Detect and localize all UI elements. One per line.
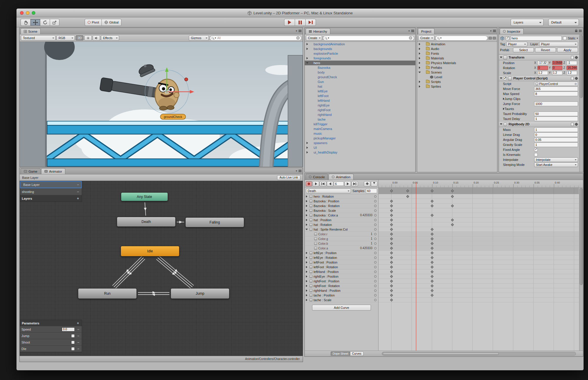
keyframe[interactable] bbox=[390, 289, 393, 292]
layout-dropdown[interactable]: Default bbox=[548, 19, 579, 26]
disclosure-collapsed-icon[interactable] bbox=[419, 66, 420, 69]
animator-layer-shooting[interactable]: shooting− bbox=[20, 188, 82, 195]
layer-dropdown[interactable]: Player bbox=[539, 42, 578, 46]
disclosure-collapsed-icon[interactable] bbox=[419, 85, 420, 88]
project-item-sprites[interactable]: Sprites bbox=[417, 84, 497, 89]
titlebar[interactable]: Level.unity – 2D Platformer – PC, Mac & … bbox=[16, 9, 584, 17]
value-field[interactable]: 0 bbox=[534, 132, 578, 137]
gizmo-handle-dot[interactable] bbox=[185, 78, 188, 81]
state-node-falling[interactable]: Falling bbox=[185, 217, 244, 227]
panel-dropdown-icon[interactable]: ▾ bbox=[490, 29, 492, 32]
keyframe-lane[interactable] bbox=[378, 241, 579, 246]
animated-property-toggle-icon[interactable] bbox=[374, 285, 377, 287]
anim-row-color-a[interactable]: Color.a0.420333 bbox=[305, 246, 583, 251]
disclosure-collapsed-icon[interactable] bbox=[306, 271, 307, 273]
remove-parameter-button[interactable]: − bbox=[76, 327, 80, 331]
shading-mode-dropdown[interactable]: Textured bbox=[21, 35, 56, 41]
animated-property-toggle-icon[interactable] bbox=[374, 242, 377, 245]
inspector-scrollbar[interactable] bbox=[579, 34, 583, 172]
panel-menu-icon[interactable] bbox=[493, 30, 496, 32]
keyframe[interactable] bbox=[390, 228, 393, 231]
anim-row-tache-position[interactable]: tache : Position bbox=[305, 293, 583, 298]
gear-icon[interactable] bbox=[575, 56, 578, 59]
value-field[interactable]: 8 bbox=[534, 91, 578, 96]
animated-property-toggle-icon[interactable] bbox=[374, 294, 377, 296]
anim-row-bazooka-rotation[interactable]: Bazooka : Rotation bbox=[305, 204, 583, 208]
breadcrumb[interactable]: Base Layer bbox=[22, 176, 39, 179]
rotation-z-field[interactable]: 16.244 bbox=[567, 66, 577, 70]
hierarchy-item-hero[interactable]: hero bbox=[305, 61, 415, 65]
disclosure-collapsed-icon[interactable] bbox=[306, 252, 307, 254]
keyframe-summary-lane[interactable] bbox=[378, 188, 579, 194]
search-clear-icon[interactable]: × bbox=[409, 36, 412, 40]
animated-property-toggle-icon[interactable] bbox=[374, 261, 377, 264]
remove-parameter-button[interactable]: − bbox=[76, 347, 80, 351]
animated-property-toggle-icon[interactable] bbox=[374, 256, 377, 259]
project-item-scripts[interactable]: Scripts bbox=[417, 79, 497, 84]
hierarchy-item-bazooka[interactable]: Bazooka bbox=[305, 65, 415, 70]
hierarchy-item-ui-healthdisplay[interactable]: ui_healthDisplay bbox=[305, 150, 415, 155]
hierarchy-item-rightfoot[interactable]: rightFoot bbox=[305, 108, 415, 112]
anim-row-color-g[interactable]: Color.g1 bbox=[305, 236, 583, 241]
animated-property-toggle-icon[interactable] bbox=[374, 266, 377, 268]
disclosure-collapsed-icon[interactable] bbox=[307, 146, 308, 149]
anim-row-leftfoot-rotation[interactable]: leftFoot : Rotation bbox=[305, 265, 583, 269]
transform-component-header[interactable]: Transform bbox=[499, 54, 579, 60]
disclosure-collapsed-icon[interactable] bbox=[419, 52, 420, 55]
animated-property-toggle-icon[interactable] bbox=[374, 252, 377, 254]
rotation-y-field[interactable]: 0 bbox=[552, 66, 563, 70]
panel-dropdown-icon[interactable]: ▾ bbox=[296, 29, 297, 32]
keyframe-lane[interactable] bbox=[378, 227, 579, 231]
horizontal-scrollbar[interactable] bbox=[382, 352, 576, 356]
tab-animation[interactable]: Animation bbox=[329, 174, 354, 180]
keyframe[interactable] bbox=[390, 270, 393, 273]
hierarchy-item-lefthand[interactable]: leftHand bbox=[305, 98, 415, 103]
keyframe[interactable] bbox=[390, 256, 393, 259]
disclosure-collapsed-icon[interactable] bbox=[419, 57, 420, 59]
hierarchy-item-spawners[interactable]: spawners bbox=[305, 141, 415, 145]
hierarchy-item-leftfoot[interactable]: leftFoot bbox=[305, 94, 415, 98]
animated-property-toggle-icon[interactable] bbox=[374, 247, 377, 249]
keyframe[interactable] bbox=[451, 223, 454, 226]
value-field[interactable]: 1 bbox=[534, 142, 578, 147]
keyframe[interactable] bbox=[431, 251, 434, 254]
record-button[interactable] bbox=[306, 181, 312, 186]
keyframe[interactable] bbox=[431, 214, 434, 217]
state-node-idle[interactable]: Idle bbox=[121, 246, 179, 256]
hierarchy-item-body[interactable]: body bbox=[305, 70, 415, 75]
panel-menu-icon[interactable] bbox=[411, 30, 414, 32]
keyframe-lane[interactable] bbox=[378, 274, 579, 279]
player-control-component-header[interactable]: Player Control (Script) bbox=[499, 75, 579, 81]
disclosure-expanded-icon[interactable] bbox=[306, 229, 308, 230]
keyframe[interactable] bbox=[431, 294, 434, 297]
keyframe[interactable] bbox=[390, 251, 393, 254]
pivot-toggle-button[interactable]: Pivot bbox=[85, 19, 101, 26]
keyframe[interactable] bbox=[390, 261, 393, 264]
scene-viewport[interactable]: groundCheck bbox=[20, 42, 303, 167]
anim-row-rightfoot-rotation[interactable]: rightFoot : Rotation bbox=[305, 284, 583, 288]
panel-menu-icon[interactable] bbox=[299, 30, 302, 32]
prefab-apply-button[interactable]: Apply bbox=[557, 48, 578, 52]
project-item-level[interactable]: Level bbox=[417, 75, 497, 79]
anim-row-lefteye-position[interactable]: leftEye : Position bbox=[305, 251, 583, 255]
search-clear-icon[interactable]: × bbox=[296, 36, 300, 40]
dropdown[interactable]: Interpolate bbox=[534, 157, 578, 162]
disclosure-collapsed-icon[interactable] bbox=[306, 289, 307, 292]
animated-property-toggle-icon[interactable] bbox=[374, 280, 377, 282]
keyframe[interactable] bbox=[390, 223, 393, 226]
keyframe[interactable] bbox=[406, 195, 409, 198]
auto-live-link-button[interactable]: Auto Live Link bbox=[277, 175, 300, 180]
ground-check-label[interactable]: groundCheck bbox=[160, 114, 186, 119]
rotation-x-field[interactable]: 0 bbox=[537, 66, 548, 70]
rotate-tool-button[interactable] bbox=[40, 19, 50, 26]
audio-toggle[interactable] bbox=[93, 35, 100, 41]
parameter-checkbox[interactable] bbox=[71, 347, 75, 351]
animated-property-toggle-icon[interactable] bbox=[374, 214, 377, 216]
lock-icon[interactable] bbox=[575, 30, 577, 32]
disclosure-collapsed-icon[interactable] bbox=[306, 266, 307, 268]
project-item-animation[interactable]: Animation bbox=[417, 42, 497, 46]
state-node-run[interactable]: Run bbox=[78, 288, 137, 299]
hierarchy-item-explosionparticle[interactable]: explosionParticle bbox=[305, 51, 415, 56]
samples-field[interactable] bbox=[366, 189, 377, 193]
frame-field[interactable] bbox=[334, 181, 344, 186]
